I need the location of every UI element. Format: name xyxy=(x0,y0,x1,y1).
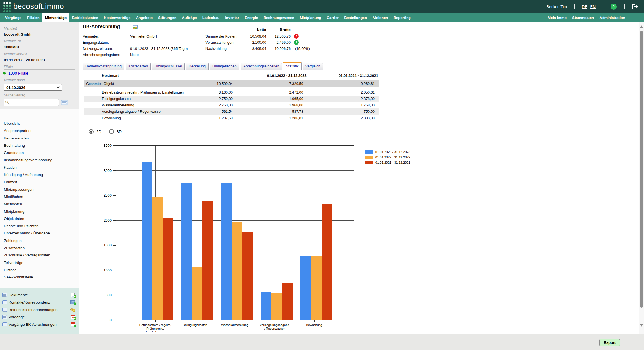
menu-item-ladenbau[interactable]: Ladenbau xyxy=(200,13,222,22)
sidebar-item-kaution[interactable]: Kaution xyxy=(4,164,79,171)
menu-item-auftr-ge[interactable]: Aufträge xyxy=(179,13,199,22)
search-input[interactable] xyxy=(4,99,59,106)
radio-2d-selected[interactable] xyxy=(89,129,94,134)
tab-vergleich[interactable]: Vergleich xyxy=(303,63,323,70)
sidebar-item-buchhaltung[interactable]: Buchhaltung xyxy=(4,142,79,149)
sidebar-item-instandhaltungsvereinbarung[interactable]: Instandhaltungsvereinbarung xyxy=(4,156,79,164)
menu-item-mietvertr-ge[interactable]: Mietverträge xyxy=(42,13,69,22)
menu-item-carrier[interactable]: Carrier xyxy=(324,13,342,22)
help-icon[interactable]: ? xyxy=(611,4,617,10)
tab-umlageschl-ssel[interactable]: Umlageschlüssel xyxy=(152,63,185,70)
lang-de-link[interactable]: DE xyxy=(582,4,587,9)
sidebar-item-zusch-sse-vertragskosten[interactable]: Zuschüsse / Vertragskosten xyxy=(4,252,79,259)
sidebar-item-sap-schnittstelle[interactable]: SAP-Schnittstelle xyxy=(4,274,79,281)
logo-dot xyxy=(3,5,5,7)
calendar-add-icon[interactable]: + xyxy=(70,322,76,327)
legend-label: 01.01.2022 - 31.12.2022 xyxy=(375,156,410,159)
field-label-link: Filiale xyxy=(4,65,75,70)
menu-item-betriebskosten[interactable]: Betriebskosten xyxy=(69,13,101,22)
menu-item-mietplanung[interactable]: Mietplanung xyxy=(297,13,324,22)
menu-item-rechnungswesen[interactable]: Rechnungswesen xyxy=(261,13,297,22)
menu-item-st-rungen[interactable]: Störungen xyxy=(155,13,179,22)
menu-item-inventar[interactable]: Inventar xyxy=(222,13,242,22)
tab-statistik[interactable]: Statistik xyxy=(283,62,302,70)
sidebar-item-zahlungen[interactable]: Zahlungen xyxy=(4,237,79,244)
sidebar-item-grunddaten[interactable]: Grunddaten xyxy=(4,149,79,156)
menu-item-filialen[interactable]: Filialen xyxy=(24,13,42,22)
content-right-border xyxy=(637,22,637,334)
row-value: 1.065,00 xyxy=(267,97,303,101)
sidebar-item-historie[interactable]: Historie xyxy=(4,266,79,274)
row-value: 2.750,00 xyxy=(197,103,233,107)
lang-en-link[interactable]: EN xyxy=(590,4,596,9)
sidebar-item-mietkosten[interactable]: Mietkosten xyxy=(4,200,79,208)
sidebar-item-unterzeichnung-bergabe[interactable]: Unterzeichnung / Übergabe xyxy=(4,230,79,237)
language-switch: DE EN xyxy=(582,4,596,9)
menu-item-aktionen[interactable]: Aktionen xyxy=(370,13,391,22)
quick-link-kontakte-korrespondenz[interactable]: Kontakte/Korrespondenz+ xyxy=(2,299,76,306)
menu-item-reporting[interactable]: Reporting xyxy=(391,13,413,22)
filiale-link[interactable]: 1000 Filiale xyxy=(8,71,28,75)
menu-item-kostenvertr-ge[interactable]: Kostenverträge xyxy=(101,13,133,22)
menu-item-angebote[interactable]: Angebote xyxy=(133,13,155,22)
y-axis-tick xyxy=(113,170,116,171)
sidebar-item-rechte-und-pflichten[interactable]: Rechte und Pflichten xyxy=(4,222,79,230)
menu-item-vorg-nge[interactable]: Vorgänge xyxy=(2,13,24,22)
sidebar-item-laufzeit[interactable]: Laufzeit xyxy=(4,178,79,186)
total-row-value: 9.269,61 xyxy=(339,82,375,86)
green-arrow-icon xyxy=(4,72,6,75)
quick-link-vorg-nge-bk-abrechnungen[interactable]: Vorgänge BK-Abrechnungen+ xyxy=(2,321,76,328)
sidebar-item-ansprechpartner[interactable]: Ansprechpartner xyxy=(4,127,79,134)
sidebar-item-teilvertr-ge[interactable]: Teilverträge xyxy=(4,259,79,266)
sidebar-item-zusatzdaten[interactable]: Zusatzdaten xyxy=(4,244,79,252)
coins-icon[interactable]: €$ xyxy=(70,307,76,312)
logo-dots-icon xyxy=(3,2,11,12)
scrollbar-thumb[interactable] xyxy=(640,31,643,308)
y-axis-label: 3500 xyxy=(92,143,112,148)
scroll-down-icon[interactable] xyxy=(640,324,643,327)
sidebar-item-mietplanung[interactable]: Mietplanung xyxy=(4,208,79,215)
logo-dot xyxy=(6,2,8,4)
tab-betriebskostenpr-fung[interactable]: Betriebskostenprüfung xyxy=(83,63,124,70)
logout-icon[interactable] xyxy=(632,4,638,9)
menu-item-bestellungen[interactable]: Bestellungen xyxy=(341,13,370,22)
radio-3d[interactable] xyxy=(109,129,114,134)
sidebar-item-mietfl-chen[interactable]: Mietflächen xyxy=(4,193,79,200)
menu-item-administration[interactable]: Administration xyxy=(597,13,628,22)
advanced-search-icon[interactable] xyxy=(61,100,68,105)
menu-item-mein-immo[interactable]: Mein Immo xyxy=(545,13,569,22)
row-value: 1.287,50 xyxy=(197,116,233,120)
menu-item-stammdaten[interactable]: Stammdaten xyxy=(569,13,597,22)
quick-link-betriebskostenabrechnungen[interactable]: Betriebskostenabrechnungen€$ xyxy=(2,306,76,314)
quick-link-dokumente[interactable]: Dokumente+ xyxy=(2,291,76,299)
sidebar-item-objektdaten[interactable]: Objektdaten xyxy=(4,215,79,222)
menu-item-energie[interactable]: Energie xyxy=(242,13,261,22)
summary-brutto-value: 12.505,76 xyxy=(265,34,291,38)
document-add-icon[interactable]: + xyxy=(70,293,76,297)
vertical-scrollbar[interactable] xyxy=(639,22,644,334)
tab-umlagefl-chen[interactable]: Umlageflächen xyxy=(210,63,239,70)
tab-abrechnungseinheiten[interactable]: Abrechnungseinheiten xyxy=(241,63,282,70)
vertragsstand-select[interactable]: 01.10.2024 xyxy=(4,84,62,91)
tab-kostenarten[interactable]: Kostenarten xyxy=(126,63,151,70)
y-axis-label: 2000 xyxy=(92,218,112,222)
scroll-up-icon[interactable] xyxy=(640,25,643,28)
tab-deckelung[interactable]: Deckelung xyxy=(186,63,208,70)
info-label: Nutzungszeitraum: xyxy=(83,46,113,51)
calendar-add-icon[interactable]: + xyxy=(70,315,76,319)
row-value: 2.333,00 xyxy=(339,116,375,120)
quick-link-vorg-nge[interactable]: Vorgänge+ xyxy=(2,314,76,321)
info-value: 01.01.2023 - 31.12.2023 (365 Tage) xyxy=(130,46,188,51)
sidebar: Mandantbecosoft GmbhVertrags-Nr.1000M01V… xyxy=(0,22,79,334)
sidebar-item-mietanpassungen[interactable]: Mietanpassungen xyxy=(4,186,79,193)
row-value: 1.286,81 xyxy=(267,116,303,120)
sidebar-item--bersicht[interactable]: Übersicht xyxy=(4,120,79,127)
search-row xyxy=(4,99,75,106)
mail-add-icon[interactable]: + xyxy=(70,300,76,305)
bar-chart: 0500100015002000250030003500Betriebsstro… xyxy=(92,142,429,332)
sidebar-item-k-ndigung-aufhebung[interactable]: Kündigung / Aufhebung xyxy=(4,171,79,178)
export-button[interactable]: Export xyxy=(599,339,620,346)
sidebar-item-betriebskosten[interactable]: Betriebskosten xyxy=(4,135,79,142)
quick-link-label: Betriebskostenabrechnungen xyxy=(9,308,69,312)
statement-table-icon[interactable] xyxy=(133,25,138,29)
